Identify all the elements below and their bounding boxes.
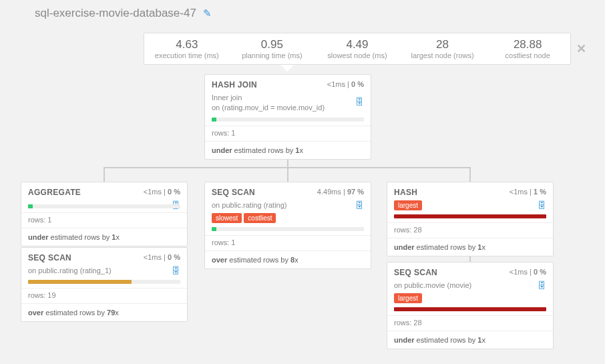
node-seqscan-rating[interactable]: SEQ SCAN 4.49ms | 97 % 🗄 on public.ratin… [204,182,371,269]
stat-execution-time: 4.63 execution time (ms) [144,35,230,62]
progress-bar [28,204,180,208]
badge-largest: largest [394,293,422,303]
database-icon[interactable]: 🗄 [538,200,546,210]
close-icon[interactable]: ✕ [576,41,586,56]
connector [104,167,105,182]
title-text: sql-exercise-movie-database-47 [35,7,196,20]
connector [287,167,288,182]
node-hash-join[interactable]: HASH JOIN <1ms | 0 % 🗄 Inner join on (ra… [204,74,371,160]
progress-bar [394,307,546,311]
stat-largest-node: 28 largest node (rows) [400,35,485,62]
progress-bar [394,214,546,218]
badge-largest: largest [394,200,422,210]
pencil-icon[interactable]: ✎ [203,7,212,19]
stat-costliest-node: 28.88 costliest node [485,35,570,62]
stat-planning-time: 0.95 planning time (ms) [230,35,315,62]
progress-bar [28,280,180,284]
node-hash[interactable]: HASH <1ms | 1 % 🗄 largest rows: 28 under… [387,182,554,256]
progress-bar [212,227,364,231]
stats-pointer [280,65,294,71]
node-seqscan-rating1[interactable]: SEQ SCAN <1ms | 0 % 🗄 on public.rating (… [21,247,188,322]
progress-bar [212,118,364,122]
badge-slowest: slowest [212,213,242,223]
database-icon[interactable]: 🗄 [172,266,180,276]
database-icon[interactable]: 🗄 [538,281,546,291]
page-title: sql-exercise-movie-database-47 ✎ [35,7,212,20]
badge-costliest: costliest [244,213,276,223]
node-aggregate[interactable]: AGGREGATE <1ms | 0 % 🗄 rows: 1 under est… [21,182,188,246]
node-seqscan-movie[interactable]: SEQ SCAN <1ms | 0 % 🗄 on public.movie (m… [387,262,554,349]
stats-bar: 4.63 execution time (ms) 0.95 planning t… [144,33,571,65]
database-icon[interactable]: 🗄 [355,97,364,107]
database-icon[interactable]: 🗄 [355,200,364,210]
connector [469,167,471,182]
stat-slowest-node: 4.49 slowest node (ms) [315,35,400,62]
